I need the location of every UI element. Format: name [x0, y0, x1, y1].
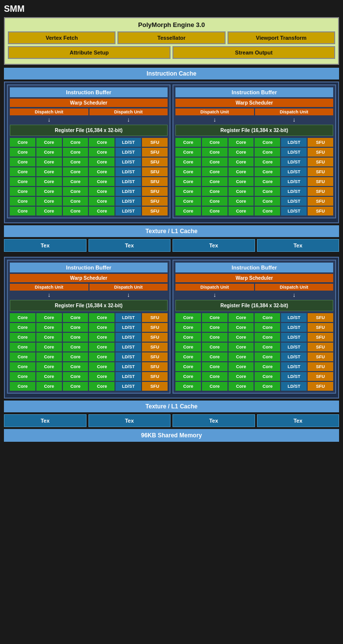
- ldst-cell: LD/ST: [281, 197, 307, 206]
- arrow-row-br: ↓ ↓: [175, 292, 333, 298]
- rf-bl: Register File (16,384 x 32-bit): [10, 300, 168, 311]
- ldst-cell: LD/ST: [281, 148, 307, 157]
- core-cell: Core: [175, 323, 201, 332]
- core-cell: Core: [63, 333, 88, 342]
- core-cell: Core: [10, 323, 35, 332]
- ldst-cell: LD/ST: [115, 138, 141, 147]
- core-cell: Core: [175, 177, 201, 186]
- ldst-cell: LD/ST: [115, 352, 141, 361]
- dispatch-row-tr: Dispatch Unit Dispatch Unit: [175, 108, 333, 115]
- core-cell: Core: [89, 167, 114, 176]
- du-tr-2: Dispatch Unit: [255, 108, 334, 115]
- ldst-cell: LD/ST: [115, 187, 141, 196]
- viewport-transform-btn: Viewport Transform: [228, 31, 335, 44]
- core-cell: Core: [175, 372, 201, 381]
- core-cell: Core: [202, 352, 228, 361]
- core-cell: Core: [63, 343, 88, 351]
- core-cell: Core: [202, 187, 228, 196]
- core-cell: Core: [202, 207, 228, 215]
- core-cell: Core: [36, 313, 62, 322]
- core-cell: Core: [10, 197, 35, 206]
- vertex-fetch-btn: Vertex Fetch: [8, 31, 115, 44]
- core-cell: Core: [63, 177, 88, 186]
- core-cell: Core: [89, 313, 114, 322]
- sfu-cell: SFU: [308, 352, 333, 361]
- core-cell: Core: [255, 148, 280, 157]
- sfu-cell: SFU: [308, 362, 333, 371]
- core-cell: Core: [175, 207, 201, 215]
- polymorph-section: PolyMorph Engine 3.0 Vertex Fetch Tessel…: [4, 17, 339, 65]
- core-cell: Core: [255, 207, 280, 215]
- ib-tr: Instruction Buffer: [175, 87, 333, 97]
- core-cell: Core: [89, 207, 114, 215]
- core-cell: Core: [10, 352, 35, 361]
- core-cell: Core: [89, 382, 114, 391]
- core-cell: Core: [89, 323, 114, 332]
- core-cell: Core: [255, 177, 280, 186]
- ldst-cell: LD/ST: [281, 323, 307, 332]
- core-cell: Core: [36, 167, 62, 176]
- du-br-2: Dispatch Unit: [255, 284, 334, 291]
- core-cell: Core: [229, 382, 254, 391]
- core-cell: Core: [10, 372, 35, 381]
- ldst-cell: LD/ST: [115, 382, 141, 391]
- tex-cell-b1: Tex: [4, 414, 86, 427]
- sfu-cell: SFU: [308, 333, 333, 342]
- ldst-cell: LD/ST: [281, 352, 307, 361]
- sfu-cell: SFU: [142, 187, 168, 196]
- core-cell: Core: [255, 197, 280, 206]
- sm-unit-bottom-right: Instruction Buffer Warp Scheduler Dispat…: [172, 260, 336, 394]
- arrow-row-bl: ↓ ↓: [10, 292, 168, 298]
- core-cell: Core: [229, 313, 254, 322]
- sfu-cell: SFU: [308, 372, 333, 381]
- du-bl-1: Dispatch Unit: [10, 284, 88, 291]
- tex-cell-2: Tex: [88, 239, 171, 252]
- core-cell: Core: [202, 158, 228, 166]
- core-cell: Core: [63, 362, 88, 371]
- bottom-sm-grid: Instruction Buffer Warp Scheduler Dispat…: [7, 260, 336, 394]
- ws-br: Warp Scheduler: [175, 274, 333, 282]
- core-cell: Core: [255, 362, 280, 371]
- arrow-bl-1: ↓: [10, 292, 88, 298]
- core-cell: Core: [89, 343, 114, 351]
- sfu-cell: SFU: [308, 158, 333, 166]
- core-cell: Core: [36, 362, 62, 371]
- top-texture-cache: Texture / L1 Cache: [4, 225, 339, 237]
- du-tl-2: Dispatch Unit: [89, 108, 168, 115]
- core-cell: Core: [202, 197, 228, 206]
- ldst-cell: LD/ST: [115, 323, 141, 332]
- core-cell: Core: [63, 382, 88, 391]
- ldst-cell: LD/ST: [115, 148, 141, 157]
- core-cell: Core: [202, 382, 228, 391]
- ldst-cell: LD/ST: [115, 362, 141, 371]
- sfu-cell: SFU: [308, 343, 333, 351]
- arrow-br-2: ↓: [255, 292, 334, 298]
- ldst-cell: LD/ST: [115, 372, 141, 381]
- ldst-cell: LD/ST: [281, 138, 307, 147]
- ldst-cell: LD/ST: [281, 177, 307, 186]
- ib-tl: Instruction Buffer: [10, 87, 168, 97]
- core-cell: Core: [63, 158, 88, 166]
- core-cell: Core: [229, 323, 254, 332]
- core-cell: Core: [202, 333, 228, 342]
- ldst-cell: LD/ST: [281, 382, 307, 391]
- ib-bl: Instruction Buffer: [10, 263, 168, 272]
- core-cell: Core: [36, 323, 62, 332]
- core-cell: Core: [229, 207, 254, 215]
- core-cell: Core: [10, 313, 35, 322]
- core-cell: Core: [63, 167, 88, 176]
- ldst-cell: LD/ST: [281, 372, 307, 381]
- sfu-cell: SFU: [308, 313, 333, 322]
- core-cell: Core: [63, 313, 88, 322]
- core-cell: Core: [36, 187, 62, 196]
- core-cell: Core: [175, 187, 201, 196]
- core-cell: Core: [229, 187, 254, 196]
- sfu-cell: SFU: [142, 313, 168, 322]
- core-cell: Core: [229, 148, 254, 157]
- tex-cell-b2: Tex: [88, 414, 171, 427]
- arrow-br-1: ↓: [175, 292, 254, 298]
- core-cell: Core: [229, 362, 254, 371]
- sfu-cell: SFU: [142, 207, 168, 215]
- ldst-cell: LD/ST: [281, 187, 307, 196]
- core-cell: Core: [255, 372, 280, 381]
